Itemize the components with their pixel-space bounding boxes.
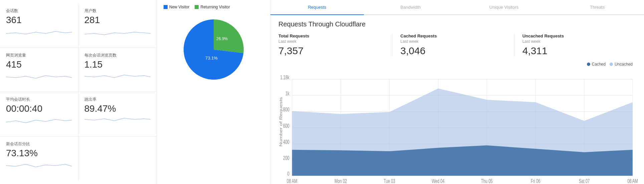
stat-pages-per-session: 每次会话浏览页数 1.15 <box>78 48 157 92</box>
cached-requests-sub: Last week <box>400 39 506 44</box>
cached-requests-value: 3,046 <box>400 45 506 57</box>
cached-requests-block: Cached Requests Last week 3,046 <box>392 33 514 57</box>
stat-sessions-label: 会话数 <box>6 8 72 14</box>
y-label-0: 0 <box>287 171 289 177</box>
stat-avg-session: 平均会话时长 00:00:40 <box>0 92 78 136</box>
stat-pageviews-value: 415 <box>6 60 72 70</box>
x-axis-labels: 08 AM Mon 02 Tue 03 Wed 04 Thu 05 Fri 06… <box>287 178 638 184</box>
chart-legend-cached: Cached <box>587 62 606 67</box>
sparkline-pageviews <box>6 72 72 81</box>
pie-blue-label: 73.1% <box>205 56 218 61</box>
stat-empty <box>78 136 157 181</box>
tab-threats[interactable]: Threats <box>551 0 644 15</box>
tab-bar: Requests Bandwidth Unique Visitors Threa… <box>270 0 644 15</box>
pie-legend: New Visitor Returning Visitor <box>160 5 230 9</box>
stat-sessions-value: 361 <box>6 15 72 25</box>
requests-chart-area: Cached Uncached 0 200 400 600 800 1 <box>278 62 636 181</box>
y-label-800: 800 <box>283 106 289 113</box>
y-label-600: 600 <box>283 123 289 129</box>
stat-avg-session-label: 平均会话时长 <box>6 97 72 102</box>
stat-bounce-rate-label: 跳出率 <box>84 97 151 102</box>
middle-visitor-panel: New Visitor Returning Visitor 73.1% 26.9… <box>157 0 270 184</box>
svg-rect-0 <box>164 5 168 9</box>
legend-returning-visitor: Returning Visitor <box>195 5 230 9</box>
tab-bandwidth[interactable]: Bandwidth <box>364 0 457 15</box>
section-title: Requests Through Cloudflare <box>278 20 636 28</box>
x-label-sat07: Sat 07 <box>579 178 590 184</box>
total-requests-sub: Last week <box>278 39 384 44</box>
stat-bounce-rate: 跳出率 89.47% <box>78 92 157 136</box>
total-requests-value: 7,357 <box>278 45 384 57</box>
legend-new-visitor-icon <box>164 5 168 9</box>
pie-green-label: 26.9% <box>216 36 228 41</box>
pie-chart: 73.1% 26.9% <box>180 16 247 83</box>
y-label-400: 400 <box>283 139 289 145</box>
stat-new-session: 新会话百分比 73.13% <box>0 136 78 181</box>
x-label-08am-end: 08 AM <box>627 178 638 184</box>
svg-rect-1 <box>195 5 199 9</box>
y-label-118k: 1.18k <box>280 74 289 81</box>
sparkline-sessions <box>6 27 72 37</box>
stat-pageviews-label: 网页浏览量 <box>6 53 72 58</box>
chart-legend: Cached Uncached <box>587 62 633 67</box>
x-label-fri06: Fri 06 <box>531 178 541 184</box>
chart-legend-cached-label: Cached <box>592 62 606 67</box>
stat-bounce-rate-value: 89.47% <box>84 104 151 114</box>
uncached-dot <box>610 63 613 66</box>
stat-users: 用户数 281 <box>78 3 157 48</box>
y-label-1k: 1k <box>285 90 289 97</box>
total-requests-block: Total Requests Last week 7,357 <box>278 33 392 57</box>
stat-avg-session-value: 00:00:40 <box>6 104 72 114</box>
chart-svg-wrapper: 0 200 400 600 800 1k 1.18k Number of Req… <box>278 68 636 181</box>
left-analytics-panel: 会话数 361 用户数 281 网页浏览量 415 每次会话浏览页数 1.15 … <box>0 0 157 184</box>
x-label-08am-start: 08 AM <box>287 178 297 184</box>
legend-returning-visitor-label: Returning Visitor <box>200 5 230 9</box>
stat-users-value: 281 <box>84 15 151 25</box>
legend-new-visitor-label: New Visitor <box>169 5 189 9</box>
stat-new-session-label: 新会话百分比 <box>6 141 72 147</box>
y-label-200: 200 <box>283 155 289 161</box>
requests-chart-svg: 0 200 400 600 800 1k 1.18k Number of Req… <box>278 68 636 181</box>
stat-new-session-value: 73.13% <box>6 148 72 159</box>
tab-requests[interactable]: Requests <box>270 0 364 15</box>
sparkline-pps <box>84 72 151 81</box>
requests-stats-row: Total Requests Last week 7,357 Cached Re… <box>278 33 636 57</box>
stat-users-label: 用户数 <box>84 8 151 14</box>
chart-legend-uncached: Uncached <box>610 62 633 67</box>
uncached-requests-label: Uncached Requests <box>522 33 628 38</box>
stat-sessions: 会话数 361 <box>0 3 78 48</box>
legend-returning-visitor-icon <box>195 5 199 9</box>
cached-dot <box>587 63 590 66</box>
x-label-wed04: Wed 04 <box>432 178 445 184</box>
uncached-requests-sub: Last week <box>522 39 628 44</box>
tab-unique-visitors[interactable]: Unique Visitors <box>457 0 551 15</box>
uncached-requests-value: 4,311 <box>522 45 628 57</box>
sparkline-avg <box>6 116 72 125</box>
total-requests-label: Total Requests <box>278 33 384 38</box>
sparkline-new-session <box>6 160 72 170</box>
stat-pages-per-session-value: 1.15 <box>84 60 151 70</box>
requests-content: Requests Through Cloudflare Total Reques… <box>270 15 644 184</box>
stat-pages-per-session-label: 每次会话浏览页数 <box>84 53 151 58</box>
legend-new-visitor: New Visitor <box>164 5 189 9</box>
sparkline-users <box>84 27 151 37</box>
y-axis-title: Number of Requests <box>279 97 283 147</box>
sparkline-bounce <box>84 116 151 125</box>
cached-requests-label: Cached Requests <box>400 33 506 38</box>
x-label-thu05: Thu 05 <box>481 178 493 184</box>
x-label-mon02: Mon 02 <box>335 178 347 184</box>
pie-svg: 73.1% 26.9% <box>180 16 247 83</box>
uncached-requests-block: Uncached Requests Last week 4,311 <box>514 33 636 57</box>
x-label-tue03: Tue 03 <box>384 178 395 184</box>
chart-legend-uncached-label: Uncached <box>615 62 633 67</box>
right-cloudflare-panel: Requests Bandwidth Unique Visitors Threa… <box>270 0 644 184</box>
stat-pageviews: 网页浏览量 415 <box>0 48 78 92</box>
